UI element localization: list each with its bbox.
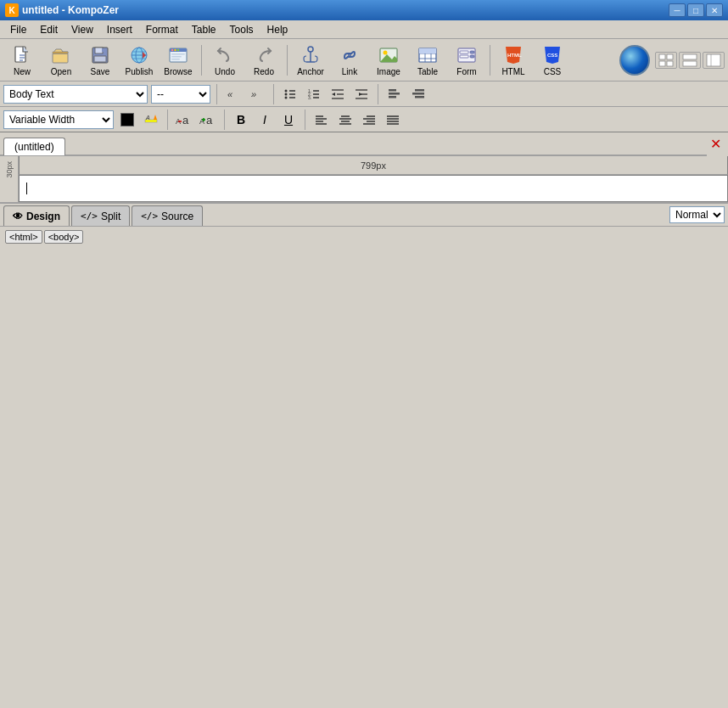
svg-rect-82: [412, 93, 424, 95]
underline-button[interactable]: U: [278, 110, 299, 129]
font-family-select[interactable]: Variable Width Arial Times New Roman: [3, 110, 114, 129]
paragraph-style-select[interactable]: Body Text: [3, 85, 148, 104]
cite-button[interactable]: «: [223, 85, 244, 104]
html-label: HTML: [501, 68, 524, 76]
highlight-button[interactable]: A: [141, 110, 161, 129]
table-label: Table: [417, 68, 438, 76]
svg-point-20: [177, 49, 179, 51]
svg-rect-78: [389, 89, 396, 92]
svg-point-24: [308, 47, 313, 52]
ordered-list-button[interactable]: 1. 2. 3.: [304, 85, 324, 104]
css-button[interactable]: CSS CSS: [534, 42, 571, 79]
menu-table[interactable]: Table: [185, 22, 223, 37]
text-format-toolbar: Variable Width Arial Times New Roman A A…: [0, 107, 728, 132]
tab-design[interactable]: 👁 Design: [3, 205, 70, 226]
menu-edit[interactable]: Edit: [33, 22, 64, 37]
image-button[interactable]: Image: [370, 42, 407, 79]
maximize-button[interactable]: □: [687, 3, 704, 17]
svg-rect-9: [102, 48, 104, 52]
browse-button[interactable]: Browse: [160, 42, 197, 79]
html-tag[interactable]: <html>: [5, 230, 42, 244]
cursor: [26, 183, 27, 194]
anchor-label: Anchor: [297, 68, 324, 76]
titlebar-controls: ─ □ ✕: [669, 3, 723, 17]
left-ruler: 30px: [0, 156, 19, 202]
zoom-select[interactable]: Normal 75% 100% 125% 150%: [669, 206, 725, 223]
open-icon: [49, 44, 73, 67]
bold-button[interactable]: B: [231, 110, 251, 129]
justify-button[interactable]: [383, 110, 403, 129]
menu-format[interactable]: Format: [139, 22, 185, 37]
svg-text:a: a: [182, 114, 189, 126]
indent-button[interactable]: [351, 85, 372, 104]
svg-rect-41: [460, 55, 468, 58]
separator-1: [201, 45, 202, 76]
separator-5: [273, 84, 274, 104]
svg-rect-38: [431, 48, 436, 53]
align-right-button[interactable]: [359, 110, 379, 129]
tab-source[interactable]: </> Source: [132, 205, 203, 226]
svg-text:«: «: [227, 89, 233, 99]
minimize-button[interactable]: ─: [669, 3, 686, 17]
italic-button[interactable]: I: [255, 110, 275, 129]
svg-rect-51: [667, 61, 673, 66]
toolbar-action-3[interactable]: [703, 52, 725, 69]
menu-help[interactable]: Help: [260, 22, 295, 37]
paragraph-toolbar: Body Text -- « » 1. 2. 3.: [0, 81, 728, 107]
browse-label: Browse: [164, 68, 192, 76]
anchor-button[interactable]: Anchor: [292, 42, 329, 79]
block-right-button[interactable]: [408, 85, 428, 104]
body-tag[interactable]: <body>: [44, 230, 84, 244]
separator-3: [490, 45, 490, 76]
html-button[interactable]: HTML HTML: [495, 42, 532, 79]
redo-button[interactable]: Redo: [245, 42, 283, 79]
svg-rect-43: [470, 55, 474, 58]
outdent-button[interactable]: [328, 85, 348, 104]
decrease-font-button[interactable]: A a: [174, 110, 194, 129]
menu-insert[interactable]: Insert: [100, 22, 139, 37]
svg-point-62: [285, 96, 288, 98]
menu-file[interactable]: File: [3, 22, 33, 37]
open-button[interactable]: Open: [42, 42, 80, 79]
svg-rect-42: [470, 51, 474, 53]
align-left-button[interactable]: [311, 110, 332, 129]
titlebar: K untitled - KompoZer ─ □ ✕: [0, 0, 728, 20]
form-label: Form: [456, 68, 476, 76]
svg-rect-81: [415, 89, 424, 92]
form-button[interactable]: Form: [448, 42, 485, 79]
toolbar-action-1[interactable]: [655, 52, 677, 69]
image-icon: [377, 44, 400, 67]
block-left-button[interactable]: [384, 85, 405, 104]
tab-split[interactable]: </> Split: [71, 205, 130, 226]
svg-marker-71: [332, 93, 335, 96]
publish-button[interactable]: Publish: [120, 42, 158, 79]
tab-untitled[interactable]: (untitled): [3, 138, 65, 155]
save-button[interactable]: Save: [81, 42, 119, 79]
editor-canvas[interactable]: [19, 175, 728, 202]
align-center-button[interactable]: [335, 110, 356, 129]
close-button[interactable]: ✕: [706, 3, 723, 17]
abbr-button[interactable]: »: [247, 85, 267, 104]
svg-rect-80: [389, 96, 396, 98]
svg-rect-23: [171, 59, 180, 60]
design-tab-icon: 👁: [13, 211, 23, 222]
link-button[interactable]: Link: [331, 42, 368, 79]
design-tab-label: Design: [26, 211, 60, 222]
table-button[interactable]: Table: [409, 42, 446, 79]
new-button[interactable]: New: [3, 42, 41, 79]
undo-button[interactable]: Undo: [206, 42, 244, 79]
increase-font-button[interactable]: A a: [198, 110, 218, 129]
globe-icon: [619, 45, 650, 76]
font-size-select[interactable]: --: [151, 85, 210, 104]
svg-rect-8: [94, 56, 106, 62]
close-tab-button[interactable]: ✕: [707, 132, 725, 156]
svg-text:a: a: [206, 114, 213, 126]
toolbar-action-2[interactable]: [679, 52, 701, 69]
menu-tools[interactable]: Tools: [223, 22, 260, 37]
text-color-button[interactable]: [117, 110, 137, 129]
unordered-list-button[interactable]: [280, 85, 300, 104]
image-label: Image: [377, 68, 400, 76]
publish-icon: [127, 44, 151, 67]
svg-rect-50: [659, 61, 665, 66]
menu-view[interactable]: View: [64, 22, 100, 37]
